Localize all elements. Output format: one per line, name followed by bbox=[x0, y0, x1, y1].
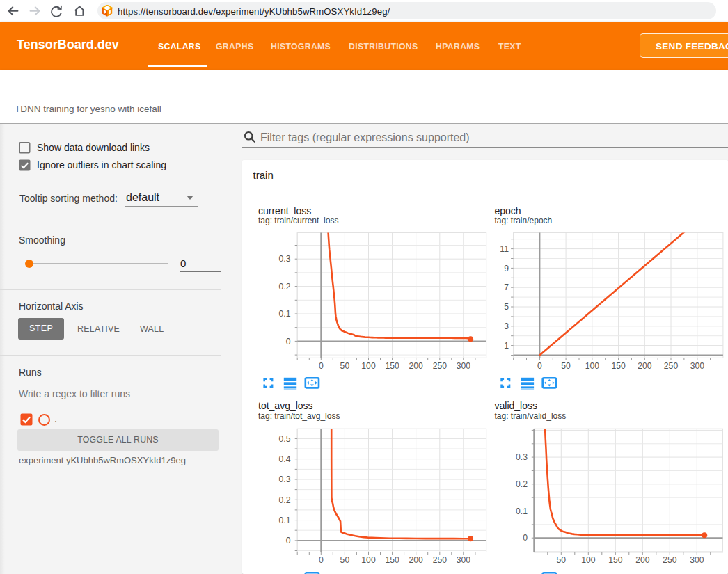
svg-text:tag: train/tot_avg_loss: tag: train/tot_avg_loss bbox=[258, 411, 340, 421]
svg-text:tag: train/current_loss: tag: train/current_loss bbox=[258, 216, 338, 225]
svg-text:250: 250 bbox=[664, 361, 679, 371]
svg-text:100: 100 bbox=[585, 361, 600, 371]
svg-text:current_loss: current_loss bbox=[258, 205, 311, 216]
svg-text:100: 100 bbox=[361, 361, 376, 371]
svg-text:3: 3 bbox=[504, 321, 509, 331]
svg-text:0.1: 0.1 bbox=[279, 309, 291, 319]
svg-text:200: 200 bbox=[409, 555, 424, 565]
svg-text:0: 0 bbox=[523, 533, 528, 543]
svg-text:50: 50 bbox=[561, 361, 571, 371]
svg-text:50: 50 bbox=[557, 555, 567, 565]
svg-text:0.3: 0.3 bbox=[279, 475, 291, 484]
svg-text:50: 50 bbox=[340, 555, 350, 565]
svg-text:0.2: 0.2 bbox=[279, 282, 291, 292]
svg-text:50: 50 bbox=[340, 361, 350, 371]
svg-text:0.2: 0.2 bbox=[516, 479, 528, 489]
svg-text:0: 0 bbox=[537, 361, 542, 371]
svg-text:5: 5 bbox=[504, 302, 509, 312]
svg-text:tag: train/epoch: tag: train/epoch bbox=[495, 216, 553, 225]
svg-text:150: 150 bbox=[385, 361, 399, 371]
svg-text:1: 1 bbox=[504, 341, 509, 351]
svg-text:250: 250 bbox=[433, 361, 448, 371]
svg-text:150: 150 bbox=[608, 555, 623, 565]
svg-text:300: 300 bbox=[690, 555, 704, 565]
svg-text:150: 150 bbox=[385, 555, 399, 565]
svg-text:200: 200 bbox=[638, 361, 652, 371]
svg-text:0.1: 0.1 bbox=[516, 507, 528, 516]
svg-text:0.3: 0.3 bbox=[279, 254, 291, 264]
svg-text:0.4: 0.4 bbox=[279, 454, 291, 464]
svg-text:300: 300 bbox=[457, 361, 471, 371]
svg-text:valid_loss: valid_loss bbox=[495, 400, 537, 411]
svg-text:tag: train/valid_loss: tag: train/valid_loss bbox=[495, 411, 567, 421]
svg-text:11: 11 bbox=[500, 244, 509, 254]
svg-text:tot_avg_loss: tot_avg_loss bbox=[258, 400, 313, 411]
svg-text:200: 200 bbox=[409, 361, 424, 371]
svg-text:150: 150 bbox=[611, 361, 626, 371]
svg-text:0: 0 bbox=[286, 337, 291, 346]
svg-text:300: 300 bbox=[457, 555, 471, 565]
svg-text:100: 100 bbox=[361, 555, 376, 565]
svg-text:0.5: 0.5 bbox=[279, 434, 291, 444]
svg-text:250: 250 bbox=[663, 555, 677, 565]
svg-text:0: 0 bbox=[319, 555, 324, 565]
svg-text:250: 250 bbox=[433, 555, 448, 565]
svg-text:0.1: 0.1 bbox=[279, 516, 291, 525]
svg-text:0: 0 bbox=[286, 536, 291, 545]
svg-text:0.2: 0.2 bbox=[279, 495, 291, 505]
svg-text:0: 0 bbox=[319, 361, 324, 371]
svg-text:7: 7 bbox=[504, 282, 509, 292]
svg-text:0.3: 0.3 bbox=[516, 452, 528, 462]
svg-text:9: 9 bbox=[504, 264, 509, 273]
svg-text:100: 100 bbox=[581, 555, 596, 565]
svg-text:300: 300 bbox=[690, 361, 705, 371]
svg-text:200: 200 bbox=[635, 555, 650, 565]
svg-text:epoch: epoch bbox=[495, 205, 521, 216]
